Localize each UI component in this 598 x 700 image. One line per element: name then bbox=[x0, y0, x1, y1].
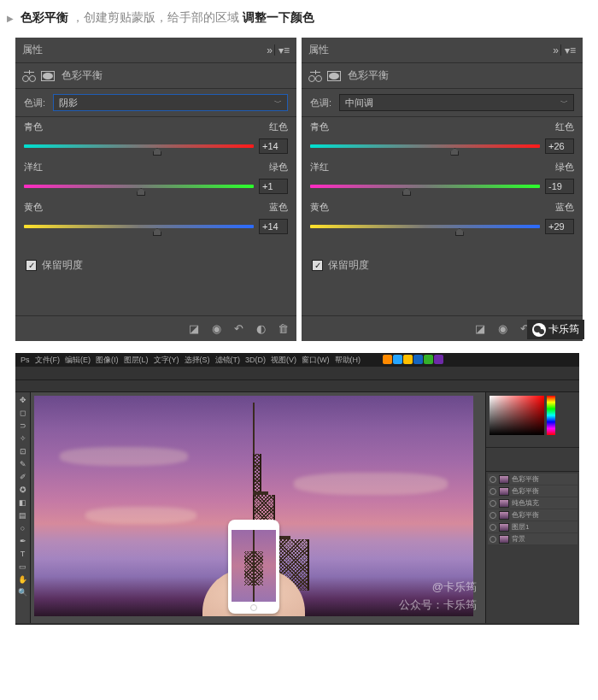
slider-track[interactable] bbox=[310, 185, 540, 188]
layer-name[interactable]: 色彩平衡 bbox=[512, 510, 539, 520]
layer-row[interactable]: 色彩平衡 bbox=[488, 474, 577, 485]
preserve-luminosity-row[interactable]: ✓ 保留明度 bbox=[302, 250, 583, 281]
eyedropper-tool-icon[interactable]: ✎ bbox=[15, 458, 30, 470]
menu-item[interactable]: 文字(Y) bbox=[154, 355, 179, 366]
layer-row[interactable]: 图层1 bbox=[488, 521, 577, 532]
panel-tab-label[interactable]: 属性 bbox=[308, 43, 329, 57]
slider-thumb[interactable] bbox=[455, 228, 464, 236]
menu-item[interactable]: 3D(D) bbox=[245, 356, 266, 364]
slider-thumb[interactable] bbox=[153, 228, 161, 236]
layer-thumbnail[interactable] bbox=[499, 475, 509, 484]
layer-name[interactable]: 色彩平衡 bbox=[512, 474, 539, 484]
menu-item[interactable]: 图像(I) bbox=[96, 355, 119, 366]
menu-item[interactable]: 视图(V) bbox=[271, 355, 296, 366]
delete-icon[interactable]: 🗑 bbox=[276, 322, 290, 336]
type-tool-icon[interactable]: T bbox=[15, 548, 30, 560]
slider-value-input[interactable]: +29 bbox=[545, 219, 574, 234]
stamp-tool-icon[interactable]: ✪ bbox=[15, 484, 30, 496]
slider-track[interactable] bbox=[24, 144, 254, 148]
hand-tool-icon[interactable]: ✋ bbox=[15, 574, 30, 585]
panel-menu-icon[interactable]: ▾≡ bbox=[278, 44, 290, 56]
slider-value-input[interactable]: +26 bbox=[545, 138, 574, 154]
slider-thumb[interactable] bbox=[402, 188, 411, 196]
zoom-tool-icon[interactable]: 🔍 bbox=[15, 586, 30, 598]
swatches-panel[interactable] bbox=[486, 447, 579, 471]
view-previous-icon[interactable]: ◉ bbox=[209, 322, 223, 336]
layer-thumbnail[interactable] bbox=[499, 499, 509, 508]
slider-track[interactable] bbox=[310, 144, 540, 148]
photoshop-right-panels[interactable]: 色彩平衡 色彩平衡 纯色填充 色彩平衡 图层1 背景 bbox=[485, 392, 579, 623]
menu-item[interactable]: 编辑(E) bbox=[65, 355, 91, 366]
layer-name[interactable]: 图层1 bbox=[512, 522, 529, 532]
slider-thumb[interactable] bbox=[450, 148, 459, 156]
menu-item[interactable]: 帮助(H) bbox=[335, 355, 361, 366]
menu-item[interactable]: 图层(L) bbox=[124, 355, 149, 366]
checkbox[interactable]: ✓ bbox=[312, 260, 323, 271]
clip-mask-icon[interactable]: ◪ bbox=[473, 322, 487, 336]
visibility-icon[interactable] bbox=[490, 488, 496, 495]
layer-row[interactable]: 背景 bbox=[488, 533, 577, 544]
layer-mask-icon[interactable] bbox=[327, 71, 341, 81]
tone-select[interactable]: 阴影 ﹀ bbox=[53, 94, 288, 111]
collapse-icon[interactable]: » bbox=[553, 44, 557, 56]
slider-value-input[interactable]: -19 bbox=[545, 179, 574, 194]
slider-value-input[interactable]: +1 bbox=[259, 179, 288, 194]
panel-tab-bar[interactable]: 属性 » ▾≡ bbox=[302, 38, 583, 63]
slider-value-input[interactable]: +14 bbox=[259, 219, 288, 234]
checkbox[interactable]: ✓ bbox=[26, 260, 37, 271]
collapse-icon[interactable]: » bbox=[267, 44, 271, 56]
wand-tool-icon[interactable]: ✧ bbox=[15, 432, 30, 444]
brush-tool-icon[interactable]: ✐ bbox=[15, 471, 30, 483]
menu-item[interactable]: 选择(S) bbox=[185, 355, 210, 366]
shape-tool-icon[interactable]: ▭ bbox=[15, 561, 30, 573]
visibility-icon[interactable] bbox=[490, 476, 496, 483]
slider-track[interactable] bbox=[310, 225, 540, 228]
layer-thumbnail[interactable] bbox=[499, 535, 509, 544]
clip-mask-icon[interactable]: ◪ bbox=[187, 322, 201, 336]
panel-tab-label[interactable]: 属性 bbox=[22, 43, 43, 57]
layer-name[interactable]: 背景 bbox=[512, 534, 525, 544]
layer-row[interactable]: 色彩平衡 bbox=[488, 485, 577, 497]
hue-slider[interactable] bbox=[547, 396, 555, 435]
visibility-icon[interactable] bbox=[490, 524, 496, 531]
eraser-tool-icon[interactable]: ◧ bbox=[15, 497, 30, 509]
document-tabs[interactable] bbox=[15, 380, 579, 392]
layer-row[interactable]: 色彩平衡 bbox=[488, 509, 577, 521]
move-tool-icon[interactable]: ✥ bbox=[15, 394, 30, 406]
tone-select[interactable]: 中间调 ﹀ bbox=[339, 94, 574, 111]
photoshop-tools-panel[interactable]: ✥ ◻ ⊃ ✧ ⊡ ✎ ✐ ✪ ◧ ▤ ○ ✒ T ▭ ✋ 🔍 bbox=[15, 392, 31, 623]
visibility-icon[interactable] bbox=[490, 536, 496, 543]
slider-thumb[interactable] bbox=[137, 188, 145, 196]
photoshop-menu-bar[interactable]: Ps文件(F)编辑(E)图像(I)图层(L)文字(Y)选择(S)滤镜(T)3D(… bbox=[15, 353, 579, 367]
layer-thumbnail[interactable] bbox=[499, 523, 509, 532]
panel-menu-icon[interactable]: ▾≡ bbox=[565, 44, 576, 56]
dodge-tool-icon[interactable]: ○ bbox=[15, 522, 30, 534]
visibility-icon[interactable] bbox=[490, 500, 496, 507]
layer-name[interactable]: 纯色填充 bbox=[512, 498, 539, 508]
layer-mask-icon[interactable] bbox=[41, 71, 55, 81]
menu-item[interactable]: 滤镜(T) bbox=[215, 355, 241, 366]
menu-item[interactable]: Ps bbox=[21, 356, 30, 364]
slider-value-input[interactable]: +14 bbox=[259, 138, 288, 154]
preserve-luminosity-row[interactable]: ✓ 保留明度 bbox=[15, 250, 296, 281]
layer-name[interactable]: 色彩平衡 bbox=[512, 486, 539, 496]
menu-item[interactable]: 文件(F) bbox=[35, 355, 61, 366]
slider-track[interactable] bbox=[24, 225, 254, 228]
marquee-tool-icon[interactable]: ◻ bbox=[15, 407, 30, 419]
pen-tool-icon[interactable]: ✒ bbox=[15, 535, 30, 547]
view-previous-icon[interactable]: ◉ bbox=[495, 322, 509, 336]
color-picker-panel[interactable] bbox=[486, 392, 579, 447]
crop-tool-icon[interactable]: ⊡ bbox=[15, 445, 30, 457]
layer-thumbnail[interactable] bbox=[499, 511, 509, 520]
lasso-tool-icon[interactable]: ⊃ bbox=[15, 420, 30, 432]
slider-thumb[interactable] bbox=[153, 148, 161, 156]
toggle-visibility-icon[interactable]: ◐ bbox=[254, 322, 267, 336]
slider-track[interactable] bbox=[24, 185, 254, 188]
layer-row[interactable]: 纯色填充 bbox=[488, 497, 577, 509]
photoshop-options-bar[interactable] bbox=[15, 367, 579, 380]
menu-item[interactable]: 窗口(W) bbox=[302, 355, 330, 366]
gradient-tool-icon[interactable]: ▤ bbox=[15, 509, 30, 521]
visibility-icon[interactable] bbox=[490, 512, 496, 519]
layers-panel[interactable]: 色彩平衡 色彩平衡 纯色填充 色彩平衡 图层1 背景 bbox=[486, 471, 579, 623]
panel-tab-bar[interactable]: 属性 » ▾≡ bbox=[15, 38, 296, 63]
